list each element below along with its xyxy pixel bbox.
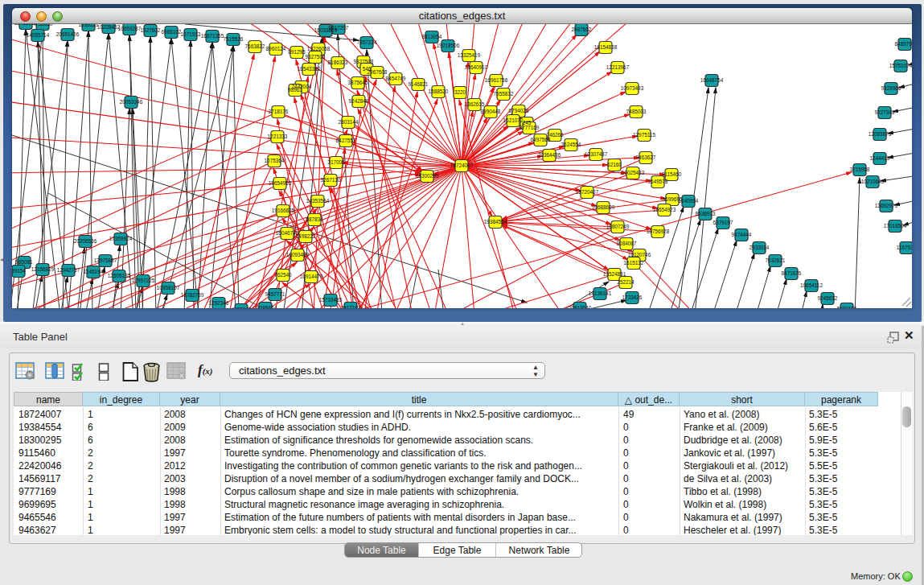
svg-text:2803144: 2803144 bbox=[339, 119, 359, 125]
svg-text:12942737: 12942737 bbox=[57, 267, 80, 273]
svg-text:20364436: 20364436 bbox=[538, 152, 561, 158]
svg-text:16671355: 16671355 bbox=[201, 33, 224, 39]
svg-text:6966102: 6966102 bbox=[162, 29, 182, 35]
svg-text:18807249: 18807249 bbox=[606, 224, 630, 229]
svg-text:1527602: 1527602 bbox=[141, 27, 161, 33]
svg-text:16543382: 16543382 bbox=[298, 66, 321, 72]
svg-text:14136141: 14136141 bbox=[589, 290, 612, 296]
svg-text:10756928: 10756928 bbox=[647, 229, 670, 234]
svg-text:13640910: 13640910 bbox=[465, 64, 488, 70]
svg-text:8471676: 8471676 bbox=[782, 270, 802, 276]
svg-text:1649578: 1649578 bbox=[648, 179, 668, 184]
svg-text:8813054: 8813054 bbox=[422, 34, 442, 39]
svg-text:8489709: 8489709 bbox=[895, 41, 912, 47]
svg-text:1221333: 1221333 bbox=[268, 134, 288, 139]
svg-text:8186323: 8186323 bbox=[328, 60, 348, 65]
svg-text:1362615: 1362615 bbox=[465, 101, 485, 107]
svg-text:16154838: 16154838 bbox=[594, 44, 618, 50]
svg-text:9327508: 9327508 bbox=[354, 59, 374, 64]
svg-text:2933114: 2933114 bbox=[749, 245, 770, 250]
svg-text:12093873: 12093873 bbox=[869, 131, 892, 137]
svg-text:9242848: 9242848 bbox=[349, 98, 369, 104]
svg-text:10210643: 10210643 bbox=[861, 179, 885, 184]
svg-text:19654955: 19654955 bbox=[269, 180, 292, 186]
svg-text:19166825: 19166825 bbox=[272, 208, 295, 213]
svg-text:14353594: 14353594 bbox=[306, 198, 330, 204]
svg-text:19654923: 19654923 bbox=[653, 207, 676, 212]
svg-text:16120746: 16120746 bbox=[628, 252, 651, 257]
svg-text:13325419: 13325419 bbox=[458, 52, 481, 58]
svg-text:9474444: 9474444 bbox=[732, 232, 752, 237]
svg-text:62160: 62160 bbox=[607, 162, 622, 167]
svg-text:8938913: 8938913 bbox=[696, 211, 716, 216]
svg-text:20053346: 20053346 bbox=[120, 99, 143, 105]
svg-text:762540: 762540 bbox=[274, 272, 292, 278]
svg-text:10653287: 10653287 bbox=[118, 26, 142, 31]
svg-text:16914479: 16914479 bbox=[300, 274, 323, 279]
svg-text:2967608: 2967608 bbox=[368, 69, 388, 75]
svg-text:1167533: 1167533 bbox=[897, 245, 912, 250]
svg-text:3220: 3220 bbox=[454, 89, 466, 95]
svg-text:1588520: 1588520 bbox=[429, 89, 449, 94]
svg-text:15716485: 15716485 bbox=[319, 297, 343, 303]
svg-text:2718176: 2718176 bbox=[269, 109, 289, 114]
svg-text:6794028: 6794028 bbox=[509, 108, 529, 113]
svg-text:7485003: 7485003 bbox=[626, 109, 647, 114]
svg-text:12975115: 12975115 bbox=[633, 132, 655, 138]
svg-text:20813640: 20813640 bbox=[569, 305, 592, 308]
svg-text:15751074: 15751074 bbox=[889, 63, 912, 68]
svg-text:9146821: 9146821 bbox=[409, 81, 429, 87]
svg-text:587834: 587834 bbox=[306, 216, 323, 222]
svg-text:9327503: 9327503 bbox=[306, 54, 326, 60]
svg-text:9457771: 9457771 bbox=[265, 291, 285, 297]
svg-text:13524851: 13524851 bbox=[603, 271, 626, 277]
svg-text:14055714: 14055714 bbox=[27, 32, 50, 38]
svg-text:9463627: 9463627 bbox=[636, 154, 656, 160]
svg-text:1839221: 1839221 bbox=[79, 24, 99, 27]
svg-text:3267130: 3267130 bbox=[321, 177, 341, 183]
svg-text:891295: 891295 bbox=[288, 49, 306, 55]
svg-text:12213967: 12213967 bbox=[606, 64, 630, 70]
svg-text:12156829: 12156829 bbox=[31, 266, 55, 272]
svg-text:39154: 39154 bbox=[12, 268, 26, 274]
svg-text:6379197: 6379197 bbox=[713, 220, 733, 225]
svg-text:9699695: 9699695 bbox=[663, 196, 683, 202]
svg-text:1071913: 1071913 bbox=[181, 31, 201, 37]
svg-text:5682115: 5682115 bbox=[837, 306, 857, 308]
svg-text:10958107: 10958107 bbox=[157, 285, 180, 290]
svg-text:19218506: 19218506 bbox=[437, 43, 460, 48]
svg-text:9329966: 9329966 bbox=[881, 85, 901, 91]
svg-text:3875645: 3875645 bbox=[348, 80, 368, 85]
svg-text:19384554: 19384554 bbox=[484, 219, 507, 225]
svg-text:7663822: 7663822 bbox=[245, 43, 265, 49]
svg-text:9245632: 9245632 bbox=[818, 295, 838, 301]
svg-text:16093489: 16093489 bbox=[286, 252, 310, 257]
svg-text:8990448: 8990448 bbox=[481, 109, 501, 114]
svg-text:20206536: 20206536 bbox=[74, 238, 97, 244]
svg-text:7357224: 7357224 bbox=[357, 39, 377, 45]
svg-text:15720407: 15720407 bbox=[576, 189, 599, 195]
svg-text:10973493: 10973493 bbox=[621, 85, 644, 91]
svg-text:9777169: 9777169 bbox=[519, 125, 540, 130]
svg-text:10025433: 10025433 bbox=[622, 170, 645, 175]
svg-text:7515526: 7515526 bbox=[224, 36, 244, 42]
svg-text:9227343: 9227343 bbox=[875, 109, 895, 115]
svg-text:13226058: 13226058 bbox=[307, 46, 331, 51]
svg-text:9217207: 9217207 bbox=[329, 25, 349, 31]
svg-text:10654112: 10654112 bbox=[800, 282, 823, 288]
svg-text:4735650: 4735650 bbox=[33, 24, 53, 27]
svg-text:13975887: 13975887 bbox=[94, 257, 117, 263]
svg-text:8427552: 8427552 bbox=[336, 138, 356, 143]
svg-text:1621072: 1621072 bbox=[503, 117, 524, 123]
svg-text:1292346: 1292346 bbox=[209, 300, 229, 306]
svg-text:17957225: 17957225 bbox=[132, 278, 155, 283]
svg-text:1498222: 1498222 bbox=[296, 233, 316, 239]
svg-text:1244415: 1244415 bbox=[870, 155, 890, 161]
svg-text:1145194: 1145194 bbox=[84, 269, 104, 274]
svg-text:16648754: 16648754 bbox=[700, 77, 724, 83]
svg-text:1615132: 1615132 bbox=[624, 260, 644, 266]
svg-text:4439167: 4439167 bbox=[232, 307, 252, 308]
svg-text:10307487: 10307487 bbox=[585, 151, 608, 157]
svg-text:10228452: 10228452 bbox=[97, 24, 121, 30]
svg-text:746266: 746266 bbox=[546, 132, 564, 138]
